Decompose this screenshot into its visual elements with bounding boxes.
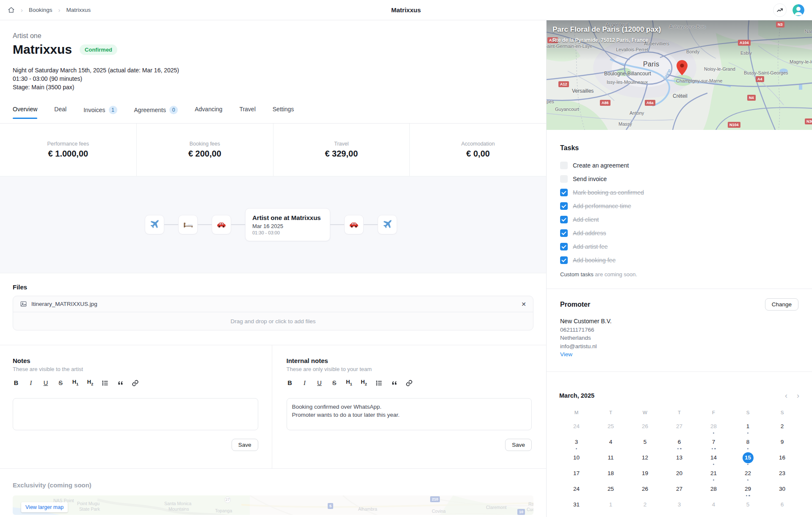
calendar-day[interactable]: 25 xyxy=(594,484,628,499)
calendar-day[interactable]: 24 xyxy=(559,484,594,499)
calendar-next-button[interactable]: › xyxy=(797,393,799,399)
activity-trend-button[interactable] xyxy=(773,3,787,17)
tab-agreements[interactable]: Agreements0 xyxy=(134,106,178,120)
list-button[interactable] xyxy=(102,380,109,387)
quote-button[interactable] xyxy=(117,380,124,386)
calendar-day[interactable]: 16 xyxy=(765,452,799,468)
calendar-day[interactable]: 3 xyxy=(559,437,594,452)
promoter-view-link[interactable]: View xyxy=(560,350,798,359)
notes-input[interactable] xyxy=(13,398,258,430)
calendar-day[interactable]: 27 xyxy=(662,421,696,437)
view-larger-map-button[interactable]: View larger map xyxy=(21,502,68,512)
task-checkbox[interactable] xyxy=(560,216,568,223)
calendar-day[interactable]: 26 xyxy=(628,421,662,437)
timeline-plane-stop[interactable] xyxy=(378,215,397,234)
calendar-day[interactable]: 21 xyxy=(696,468,731,484)
home-icon[interactable] xyxy=(8,6,15,14)
italic-button[interactable]: I xyxy=(301,379,308,387)
change-promoter-button[interactable]: Change xyxy=(765,298,798,311)
calendar-day[interactable]: 11 xyxy=(594,452,628,468)
calendar-day[interactable]: 3 xyxy=(662,499,696,515)
mini-map-label: Alhambra xyxy=(358,506,377,512)
calendar-day[interactable]: 25 xyxy=(594,421,628,437)
calendar-day[interactable]: 2 xyxy=(628,499,662,515)
task-checkbox[interactable] xyxy=(560,175,568,183)
calendar-day[interactable]: 27 xyxy=(662,484,696,499)
notes-save-button[interactable]: Save xyxy=(232,439,258,451)
calendar-day[interactable]: 4 xyxy=(594,437,628,452)
strike-button[interactable]: S xyxy=(57,379,64,387)
timeline-car-stop[interactable] xyxy=(212,215,231,234)
strike-button[interactable]: S xyxy=(331,379,338,387)
bold-button[interactable]: B xyxy=(287,379,293,387)
h1-button[interactable]: H1 xyxy=(346,378,353,388)
calendar-day[interactable]: 15 xyxy=(731,452,765,468)
calendar-day[interactable]: 6 xyxy=(662,437,696,452)
calendar-day[interactable]: 28 xyxy=(696,484,731,499)
task-checkbox[interactable] xyxy=(560,202,568,210)
calendar-day[interactable]: 20 xyxy=(662,468,696,484)
calendar-day[interactable]: 24 xyxy=(559,421,594,437)
calendar-day[interactable]: 22 xyxy=(731,468,765,484)
calendar-day[interactable]: 17 xyxy=(559,468,594,484)
tab-settings[interactable]: Settings xyxy=(273,106,294,118)
timeline-bed-stop[interactable] xyxy=(178,215,198,234)
list-button[interactable] xyxy=(376,380,383,387)
file-dropzone[interactable]: Drag and drop or click to add files xyxy=(13,312,533,330)
calendar-day[interactable]: 10 xyxy=(559,452,594,468)
quote-button[interactable] xyxy=(391,380,398,386)
h2-button[interactable]: H2 xyxy=(87,378,94,388)
calendar-day[interactable]: 7 xyxy=(696,437,731,452)
calendar-day[interactable]: 14 xyxy=(696,452,731,468)
task-checkbox[interactable] xyxy=(560,189,568,196)
calendar-day[interactable]: 30 xyxy=(765,484,799,499)
h2-button[interactable]: H2 xyxy=(361,378,367,388)
calendar-day[interactable]: 31 xyxy=(559,499,594,515)
bold-button[interactable]: B xyxy=(13,379,19,387)
tab-advancing[interactable]: Advancing xyxy=(195,106,222,118)
calendar-day[interactable]: 2 xyxy=(765,421,799,437)
calendar-day[interactable]: 26 xyxy=(628,484,662,499)
file-row[interactable]: Itinerary_MATRIXXUS.jpg✕ xyxy=(13,296,533,312)
task-checkbox[interactable] xyxy=(560,256,568,264)
internal-notes-save-button[interactable]: Save xyxy=(505,439,532,451)
calendar-day[interactable]: 29 xyxy=(731,484,765,499)
calendar-day[interactable]: 5 xyxy=(628,437,662,452)
task-checkbox[interactable] xyxy=(560,162,568,169)
task-checkbox[interactable] xyxy=(560,243,568,250)
h1-button[interactable]: H1 xyxy=(72,378,79,388)
calendar-day[interactable]: 1 xyxy=(731,421,765,437)
link-button[interactable] xyxy=(132,380,139,387)
tab-travel[interactable]: Travel xyxy=(239,106,255,118)
calendar-day[interactable]: 1 xyxy=(594,499,628,515)
internal-notes-input[interactable]: Booking confirmed over WhatsApp. Promote… xyxy=(287,398,532,430)
tab-deal[interactable]: Deal xyxy=(54,106,66,118)
user-avatar[interactable] xyxy=(793,4,804,16)
calendar-day[interactable]: 13 xyxy=(662,452,696,468)
timeline-event-card[interactable]: Artist one at MatrixxusMar 16 202501:30 … xyxy=(245,208,330,241)
tab-invoices[interactable]: Invoices1 xyxy=(83,106,117,120)
timeline-car-stop[interactable] xyxy=(344,215,364,234)
calendar-day[interactable]: 9 xyxy=(765,437,799,452)
tab-overview[interactable]: Overview xyxy=(13,106,37,118)
remove-file-icon[interactable]: ✕ xyxy=(521,301,526,308)
calendar-day[interactable]: 23 xyxy=(765,468,799,484)
calendar-day[interactable]: 6 xyxy=(765,499,799,515)
breadcrumb-bookings[interactable]: Bookings xyxy=(29,7,52,13)
task-checkbox[interactable] xyxy=(560,229,568,237)
calendar-prev-button[interactable]: ‹ xyxy=(785,393,787,399)
italic-button[interactable]: I xyxy=(28,379,34,387)
calendar-day[interactable]: 28 xyxy=(696,421,731,437)
timeline-plane-stop[interactable] xyxy=(145,215,164,234)
underline-button[interactable]: U xyxy=(316,379,323,387)
calendar-day[interactable]: 18 xyxy=(594,468,628,484)
calendar-day[interactable]: 8 xyxy=(731,437,765,452)
calendar-day[interactable]: 5 xyxy=(731,499,765,515)
breadcrumb-current[interactable]: Matrixxus xyxy=(66,7,91,13)
calendar-day[interactable]: 19 xyxy=(628,468,662,484)
calendar-day[interactable]: 12 xyxy=(628,452,662,468)
link-button[interactable] xyxy=(406,380,413,387)
calendar-day[interactable]: 4 xyxy=(696,499,731,515)
venue-map[interactable]: ArgenteuilSaint-DenisAulnay-sous-BoisNan… xyxy=(547,20,812,130)
underline-button[interactable]: U xyxy=(42,379,49,387)
